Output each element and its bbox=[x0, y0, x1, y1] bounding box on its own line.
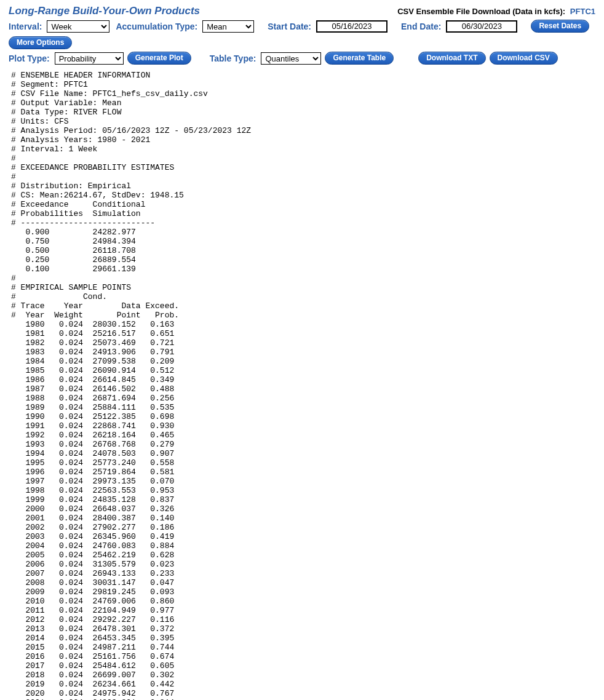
table-type-select[interactable]: Quantiles bbox=[261, 52, 321, 65]
accum-select[interactable]: Mean bbox=[202, 20, 254, 33]
csv-download-link[interactable]: PFTC1 bbox=[570, 7, 595, 16]
page-title: Long-Range Build-Your-Own Products bbox=[9, 5, 200, 17]
download-txt-button[interactable]: Download TXT bbox=[418, 52, 485, 65]
start-date-label: Start Date: bbox=[268, 22, 311, 31]
plot-type-label: Plot Type: bbox=[9, 54, 50, 63]
reset-dates-button[interactable]: Reset Dates bbox=[531, 20, 589, 33]
csv-download-label: CSV Ensemble File Download (Data in kcfs… bbox=[397, 7, 565, 16]
plot-type-select[interactable]: Probability bbox=[55, 52, 124, 65]
end-date-input[interactable] bbox=[446, 20, 517, 33]
generate-table-button[interactable]: Generate Table bbox=[325, 52, 394, 65]
end-date-label: End Date: bbox=[401, 22, 441, 31]
more-options-button[interactable]: More Options bbox=[9, 36, 72, 49]
generate-plot-button[interactable]: Generate Plot bbox=[127, 52, 191, 65]
interval-label: Interval: bbox=[9, 22, 42, 31]
start-date-input[interactable] bbox=[316, 20, 387, 33]
accum-label: Accumulation Type: bbox=[116, 22, 197, 31]
text-output: # ENSEMBLE HEADER INFORMATION # Segment:… bbox=[11, 71, 595, 700]
interval-select[interactable]: Week bbox=[47, 20, 109, 33]
table-type-label: Table Type: bbox=[210, 54, 256, 63]
download-csv-button[interactable]: Download CSV bbox=[490, 52, 558, 65]
